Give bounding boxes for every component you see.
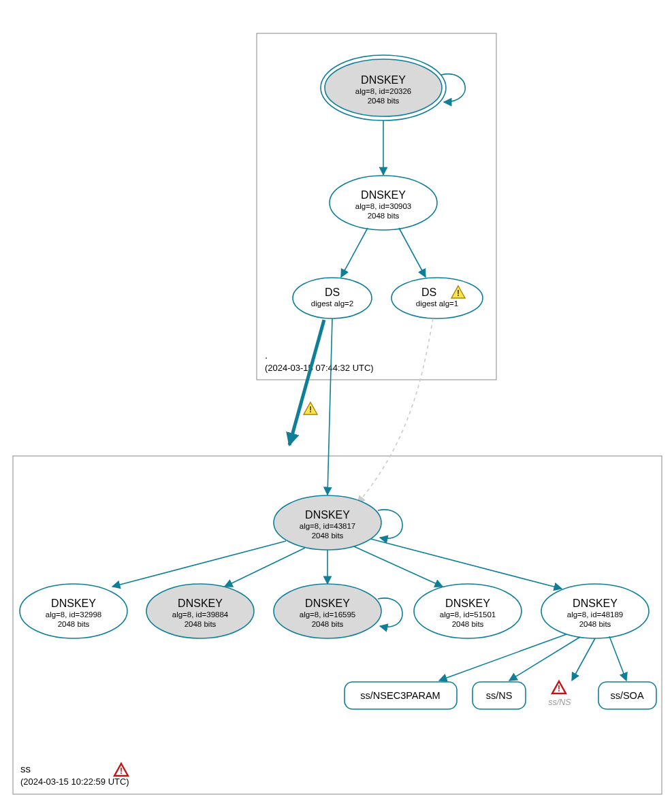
svg-text:2048 bits: 2048 bits xyxy=(452,620,484,628)
svg-text:DNSKEY: DNSKEY xyxy=(51,598,96,609)
edge-k48189-nserr xyxy=(572,638,595,681)
edge-k48189-soa xyxy=(609,636,626,681)
rr-nsec3param: ss/NSEC3PARAM xyxy=(345,682,457,709)
error-icon-zone-ss: ! xyxy=(114,764,128,776)
svg-text:ss/NS: ss/NS xyxy=(548,698,571,707)
svg-text:!: ! xyxy=(120,766,123,776)
svg-text:alg=8, id=20326: alg=8, id=20326 xyxy=(355,87,412,95)
svg-text:DS: DS xyxy=(421,287,436,298)
node-root-zsk: DNSKEY alg=8, id=30903 2048 bits xyxy=(330,176,437,230)
svg-text:2048 bits: 2048 bits xyxy=(58,620,90,628)
svg-text:DNSKEY: DNSKEY xyxy=(445,598,490,609)
svg-text:alg=8, id=30903: alg=8, id=30903 xyxy=(355,202,412,210)
node-root-ksk: DNSKEY alg=8, id=20326 2048 bits xyxy=(321,55,446,120)
edge-ds2-ssksk-thick xyxy=(289,320,324,445)
svg-text:!: ! xyxy=(457,289,460,298)
zone-ss-time: (2024-03-15 10:22:59 UTC) xyxy=(20,777,129,787)
node-k48189: DNSKEY alg=8, id=48189 2048 bits xyxy=(541,584,649,638)
svg-point-12 xyxy=(391,278,483,318)
svg-text:DNSKEY: DNSKEY xyxy=(178,598,223,609)
edge-ds2-ssksk xyxy=(327,318,332,495)
svg-text:digest alg=1: digest alg=1 xyxy=(416,299,458,308)
svg-point-9 xyxy=(293,278,372,318)
svg-text:alg=8, id=43817: alg=8, id=43817 xyxy=(300,522,356,530)
edge-k48189-ns xyxy=(509,637,580,681)
node-ss-ksk: DNSKEY alg=8, id=43817 2048 bits xyxy=(274,495,381,550)
svg-text:2048 bits: 2048 bits xyxy=(312,620,344,628)
svg-text:alg=8, id=32998: alg=8, id=32998 xyxy=(46,610,102,619)
svg-text:alg=8, id=48189: alg=8, id=48189 xyxy=(567,610,624,619)
node-ds2: DS digest alg=2 xyxy=(293,278,372,318)
rr-soa: ss/SOA xyxy=(598,682,656,709)
node-k32998: DNSKEY alg=8, id=32998 2048 bits xyxy=(20,584,127,638)
zone-ss-label: ss xyxy=(20,763,31,774)
svg-text:digest alg=2: digest alg=2 xyxy=(311,299,353,308)
edge-ssksk-k51501 xyxy=(354,546,443,587)
warning-icon-deleg: ! xyxy=(304,402,317,414)
svg-text:2048 bits: 2048 bits xyxy=(368,97,400,105)
svg-text:DNSKEY: DNSKEY xyxy=(573,598,618,609)
svg-text:!: ! xyxy=(558,684,560,693)
svg-text:alg=8, id=51501: alg=8, id=51501 xyxy=(440,610,496,619)
svg-text:DNSKEY: DNSKEY xyxy=(361,74,406,86)
node-k16595: DNSKEY alg=8, id=16595 2048 bits xyxy=(274,584,381,638)
svg-text:2048 bits: 2048 bits xyxy=(185,620,217,628)
svg-text:DNSKEY: DNSKEY xyxy=(361,189,406,201)
edge-ssksk-k32998 xyxy=(112,541,286,587)
svg-text:DNSKEY: DNSKEY xyxy=(305,509,350,521)
svg-text:ss/NSEC3PARAM: ss/NSEC3PARAM xyxy=(360,690,440,701)
node-ds1: DS digest alg=1 xyxy=(391,278,483,318)
svg-text:DS: DS xyxy=(325,287,340,298)
svg-text:!: ! xyxy=(309,405,312,414)
rr-ns-error: ! ss/NS xyxy=(548,681,571,707)
error-icon: ! xyxy=(552,681,566,693)
svg-text:2048 bits: 2048 bits xyxy=(368,212,400,220)
node-k51501: DNSKEY alg=8, id=51501 2048 bits xyxy=(414,584,522,638)
svg-text:ss/SOA: ss/SOA xyxy=(610,690,643,701)
svg-text:2048 bits: 2048 bits xyxy=(579,620,611,628)
node-k39884: DNSKEY alg=8, id=39884 2048 bits xyxy=(146,584,254,638)
svg-text:2048 bits: 2048 bits xyxy=(312,532,344,540)
edge-rootksk-self xyxy=(441,74,465,102)
rr-ns: ss/NS xyxy=(473,682,526,709)
edge-rootzsk-ds2 xyxy=(341,228,368,277)
edge-ssksk-k48189 xyxy=(371,539,562,589)
zone-root-label: . xyxy=(265,349,268,361)
zone-root-time: (2024-03-15 07:44:32 UTC) xyxy=(265,363,374,373)
svg-text:DNSKEY: DNSKEY xyxy=(305,598,350,609)
edge-ds1-ssksk xyxy=(357,318,433,504)
svg-text:ss/NS: ss/NS xyxy=(486,690,513,701)
svg-text:alg=8, id=39884: alg=8, id=39884 xyxy=(172,610,229,619)
edge-rootzsk-ds1 xyxy=(399,228,426,277)
svg-text:alg=8, id=16595: alg=8, id=16595 xyxy=(300,610,356,619)
